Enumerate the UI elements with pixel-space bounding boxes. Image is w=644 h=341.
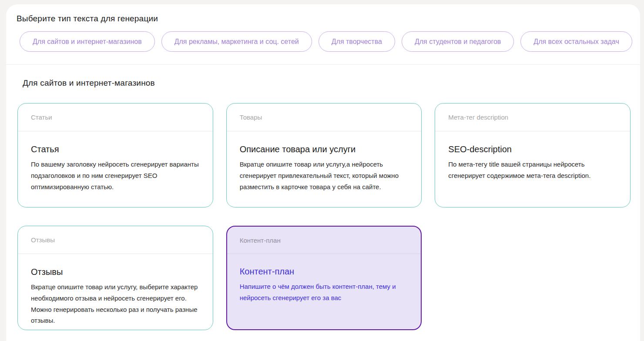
card-description: По вашему заголовку нейросеть сгенерируе… bbox=[31, 159, 200, 192]
card-body: Статья По вашему заголовку нейросеть сге… bbox=[18, 131, 213, 192]
card-reviews[interactable]: Отзывы Отзывы Вкратце опишите товар или … bbox=[17, 226, 213, 330]
filter-pill-creativity[interactable]: Для творчества bbox=[319, 31, 395, 52]
card-description: По мета-тегу title вашей страницы нейрос… bbox=[448, 159, 617, 181]
generation-type-picker: Выберите тип текста для генерации Для са… bbox=[6, 4, 640, 65]
card-body: Описание товара или услуги Вкратце опиши… bbox=[227, 131, 422, 192]
card-body: SEO-description По мета-тегу title вашей… bbox=[435, 131, 630, 181]
card-tag: Контент-план bbox=[227, 227, 421, 254]
card-title: Контент-план bbox=[240, 267, 409, 277]
card-body: Отзывы Вкратце опишите товар или услугу,… bbox=[18, 254, 213, 326]
card-body: Контент-план Напишите о чём должен быть … bbox=[227, 254, 421, 304]
section-heading: Для сайтов и интернет-магазинов bbox=[23, 78, 631, 88]
card-seo-description[interactable]: Мета-тег description SEO-description По … bbox=[435, 103, 631, 207]
template-card-grid: Статьи Статья По вашему заголовку нейрос… bbox=[17, 103, 631, 330]
card-tag: Статьи bbox=[18, 104, 213, 131]
filter-pill-sites[interactable]: Для сайтов и интернет-магазинов bbox=[20, 31, 155, 52]
card-title: SEO-description bbox=[448, 144, 617, 154]
card-article[interactable]: Статьи Статья По вашему заголовку нейрос… bbox=[17, 103, 213, 207]
filter-pill-marketing[interactable]: Для рекламы, маркетинга и соц. сетей bbox=[161, 31, 312, 52]
main-panel: Выберите тип текста для генерации Для са… bbox=[6, 4, 640, 341]
card-tag: Товары bbox=[227, 104, 422, 131]
card-description: Вкратце опишите товар или услугу,а нейро… bbox=[240, 159, 409, 192]
card-title: Статья bbox=[31, 144, 200, 154]
filter-pill-students[interactable]: Для студентов и педагогов bbox=[402, 31, 514, 52]
card-title: Отзывы bbox=[31, 267, 200, 277]
card-content-plan[interactable]: Контент-план Контент-план Напишите о чём… bbox=[226, 226, 422, 330]
category-content: Для сайтов и интернет-магазинов Статьи С… bbox=[6, 65, 640, 341]
card-product-description[interactable]: Товары Описание товара или услуги Вкратц… bbox=[226, 103, 422, 207]
card-title: Описание товара или услуги bbox=[240, 144, 409, 154]
card-description: Вкратце опишите товар или услугу, выбери… bbox=[31, 281, 200, 326]
filter-pill-other[interactable]: Для всех остальных задач bbox=[520, 31, 632, 52]
category-filter-bar: Для сайтов и интернет-магазинов Для рекл… bbox=[20, 31, 630, 52]
page-title: Выберите тип текста для генерации bbox=[17, 14, 630, 23]
card-tag: Мета-тег description bbox=[435, 104, 630, 131]
card-description: Напишите о чём должен быть контент-план,… bbox=[240, 281, 409, 304]
card-tag: Отзывы bbox=[18, 226, 213, 254]
